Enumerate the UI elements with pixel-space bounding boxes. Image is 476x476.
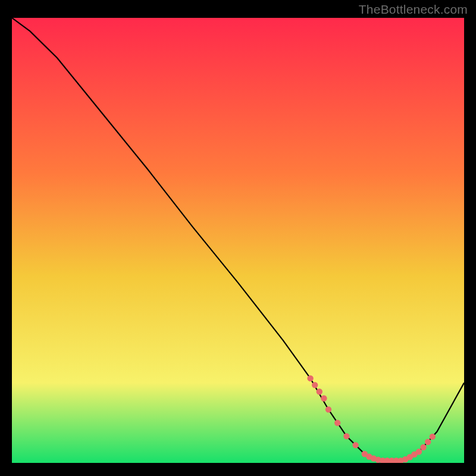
marker-dot <box>317 389 322 394</box>
marker-dot <box>430 434 436 440</box>
marker-dot <box>416 449 422 455</box>
marker-dot <box>325 406 331 412</box>
watermark-label: TheBottleneck.com <box>359 2 468 17</box>
chart-svg <box>12 18 464 463</box>
marker-dot <box>321 395 327 401</box>
marker-dot <box>343 433 349 439</box>
marker-dot <box>334 420 340 426</box>
marker-dot <box>312 382 318 388</box>
marker-dot <box>425 439 431 445</box>
chart-plot-area <box>12 18 464 463</box>
chart-frame: TheBottleneck.com <box>0 0 476 476</box>
gradient-background <box>12 18 464 463</box>
marker-dot <box>307 375 313 381</box>
marker-dot <box>420 444 426 450</box>
marker-dot <box>352 442 358 448</box>
